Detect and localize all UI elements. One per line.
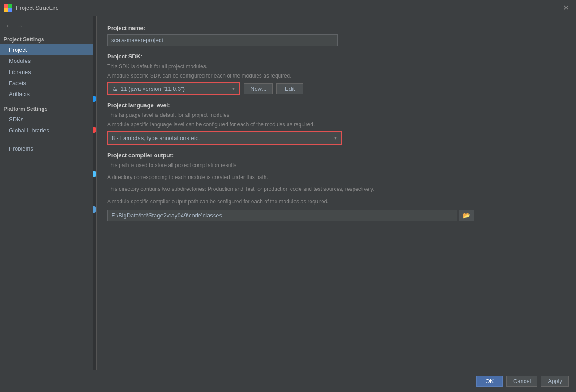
project-name-label: Project name: <box>107 25 565 31</box>
sdk-controls: 🗂 11 (java version "11.0.3") ▼ New... Ed… <box>107 82 565 95</box>
sidebar-separator <box>0 100 93 103</box>
svg-rect-1 <box>8 4 12 8</box>
sdk-new-button[interactable]: New... <box>244 83 273 94</box>
sdk-dropdown[interactable]: 🗂 11 (java version "11.0.3") ▼ <box>107 82 240 95</box>
project-sdk-label: Project SDK: <box>107 53 565 60</box>
back-arrow[interactable]: ← <box>4 21 13 30</box>
language-level-selected-value: 8 - Lambdas, type annotations etc. <box>112 135 333 141</box>
content-area: ← → Project Settings Project Modules Lib… <box>0 16 576 370</box>
sdk-selected-value: 11 (java version "11.0.3") <box>121 85 231 92</box>
svg-rect-0 <box>4 4 8 8</box>
sdk-edit-button[interactable]: Edit <box>276 83 303 94</box>
project-name-input[interactable] <box>107 34 338 46</box>
platform-settings-section-label: Platform Settings <box>0 103 93 114</box>
cancel-button[interactable]: Cancel <box>506 376 537 387</box>
decoration-n <box>93 171 96 177</box>
sdk-desc-1: This SDK is default for all project modu… <box>107 62 565 70</box>
app-icon <box>4 4 12 12</box>
forward-arrow[interactable]: → <box>15 21 25 30</box>
decoration-eq <box>93 206 96 213</box>
language-dropdown-arrow-icon: ▼ <box>333 136 338 140</box>
decoration-t <box>93 127 96 133</box>
project-structure-dialog: Project Structure ✕ ← → Project Settings… <box>0 0 576 392</box>
project-settings-section-label: Project Settings <box>0 34 93 44</box>
title-bar: Project Structure ✕ <box>0 0 576 16</box>
sidebar-item-project[interactable]: Project <box>0 44 93 55</box>
dialog-title: Project Structure <box>16 4 560 11</box>
sidebar-item-libraries[interactable]: Libraries <box>0 66 93 78</box>
main-content-panel: Project name: Project SDK: This SDK is d… <box>97 16 576 370</box>
compiler-desc-4: A module specific compiler output path c… <box>107 198 565 206</box>
bottom-bar: OK Cancel Apply <box>0 370 576 392</box>
language-level-desc-2: A module specific language level can be … <box>107 120 565 128</box>
language-level-dropdown[interactable]: 8 - Lambdas, type annotations etc. ▼ <box>107 131 342 145</box>
compiler-desc-3: This directory contains two subdirectori… <box>107 185 565 194</box>
compiler-path-input[interactable] <box>107 210 457 221</box>
folder-open-icon: 📂 <box>463 212 470 219</box>
sidebar-item-problems[interactable]: Problems <box>0 143 93 154</box>
sdk-dropdown-arrow-icon: ▼ <box>231 86 236 91</box>
language-level-label: Project language level: <box>107 102 565 109</box>
nav-arrows: ← → <box>0 19 93 34</box>
close-button[interactable]: ✕ <box>560 3 572 13</box>
sdk-desc-2: A module specific SDK can be configured … <box>107 72 565 80</box>
sidebar-item-facets[interactable]: Facets <box>0 78 93 89</box>
sidebar-item-global-libraries[interactable]: Global Libraries <box>0 125 93 136</box>
compiler-desc-2: A directory corresponding to each module… <box>107 173 565 182</box>
ok-button[interactable]: OK <box>476 376 503 387</box>
sdk-folder-icon: 🗂 <box>112 85 118 92</box>
compiler-path-folder-button[interactable]: 📂 <box>459 210 474 221</box>
compiler-desc-1: This path is used to store all project c… <box>107 161 565 170</box>
sidebar: ← → Project Settings Project Modules Lib… <box>0 16 93 370</box>
svg-rect-2 <box>4 8 8 12</box>
language-level-desc-1: This language level is default for all p… <box>107 111 565 119</box>
apply-button[interactable]: Apply <box>541 376 569 387</box>
sidebar-item-artifacts[interactable]: Artifacts <box>0 89 93 100</box>
svg-rect-3 <box>8 8 12 12</box>
sidebar-separator-2 <box>0 136 93 140</box>
decoration-s <box>93 96 96 102</box>
compiler-output-row: 📂 <box>107 210 565 221</box>
sidebar-item-sdks[interactable]: SDKs <box>0 114 93 125</box>
sidebar-separator-3 <box>0 140 93 143</box>
editor-decorations <box>93 16 97 370</box>
compiler-output-label: Project compiler output: <box>107 152 565 159</box>
sidebar-item-modules[interactable]: Modules <box>0 55 93 66</box>
